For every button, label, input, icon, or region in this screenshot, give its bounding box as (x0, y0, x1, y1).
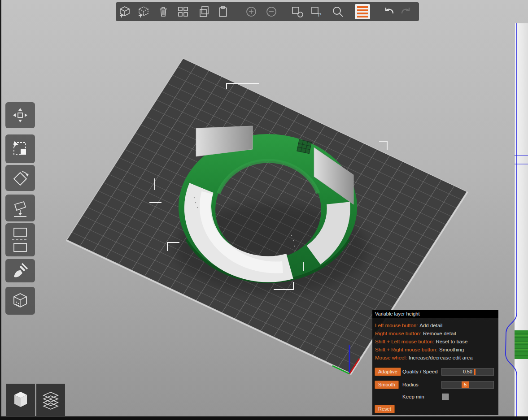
keep-min-label: Keep min (402, 394, 424, 399)
logo-emblem (297, 139, 312, 153)
add-object-button[interactable] (118, 5, 131, 18)
cut-tool[interactable] (5, 223, 35, 256)
decrease-instances-button[interactable] (265, 5, 278, 18)
search-button[interactable] (331, 5, 345, 18)
place-on-face-tool[interactable] (5, 195, 35, 221)
adaptive-button[interactable]: Adaptive (375, 368, 401, 376)
seam-tool[interactable] (5, 287, 35, 315)
legend-row: Shift + Right mouse button:Smoothing (375, 346, 496, 354)
paste-button[interactable] (216, 5, 230, 18)
view-3d-editor-button[interactable] (6, 384, 35, 416)
view-preview-layers-button[interactable] (36, 384, 65, 416)
increase-instances-button[interactable] (244, 5, 258, 18)
delete-button[interactable] (157, 5, 170, 18)
split-to-parts-button[interactable]: P (310, 5, 323, 18)
variable-layer-height-panel: Variable layer height Left mouse button:… (372, 310, 498, 415)
radius-slider[interactable]: 5 (441, 381, 494, 389)
move-tool[interactable] (5, 102, 35, 128)
arrange-button[interactable] (176, 5, 190, 18)
legend-row: Left mouse button:Add detail (375, 321, 496, 329)
paint-support-tool[interactable] (5, 259, 35, 282)
keep-min-row: Keep min (372, 393, 498, 403)
profile-green-band (515, 330, 528, 359)
radius-label: Radius (402, 382, 419, 387)
legend-row: Shift + Left mouse button:Reset to base (375, 338, 496, 346)
rotate-tool[interactable] (5, 165, 35, 191)
reset-row: Reset (372, 405, 498, 415)
radius-slider-handle[interactable]: 5 (462, 381, 469, 388)
window-left-edge (0, 0, 1, 420)
quality-speed-slider[interactable]: 0.50 (441, 368, 494, 376)
quality-slider-handle[interactable] (474, 369, 476, 375)
scale-tool[interactable] (5, 134, 35, 163)
panel-legend: Left mouse button:Add detail Right mouse… (372, 318, 498, 363)
adaptive-row: Adaptive Quality / Speed 0.50 (372, 368, 498, 377)
smooth-button[interactable]: Smooth (375, 381, 399, 389)
top-toolbar: P (116, 2, 419, 21)
undo-button[interactable] (382, 5, 395, 18)
svg-text:P: P (318, 12, 321, 17)
add-instance-object-button[interactable] (137, 5, 150, 18)
reset-button[interactable]: Reset (375, 405, 395, 413)
redo-button[interactable] (400, 5, 413, 18)
legend-row: Mouse wheel:Increase/decrease edit area (375, 354, 496, 362)
quality-speed-value: 0.50 (442, 368, 493, 375)
window-bottom-bar (0, 416, 528, 420)
smooth-row: Smooth Radius 5 (372, 381, 498, 390)
panel-title: Variable layer height (372, 310, 498, 318)
split-to-objects-button[interactable] (291, 5, 304, 18)
variable-layer-height-button[interactable] (355, 4, 370, 19)
keep-min-checkbox[interactable] (442, 394, 449, 400)
copy-button[interactable] (197, 5, 211, 18)
quality-speed-label: Quality / Speed (402, 369, 438, 374)
legend-row: Right mouse button:Remove detail (375, 329, 496, 338)
layer-height-profile[interactable] (501, 0, 528, 420)
